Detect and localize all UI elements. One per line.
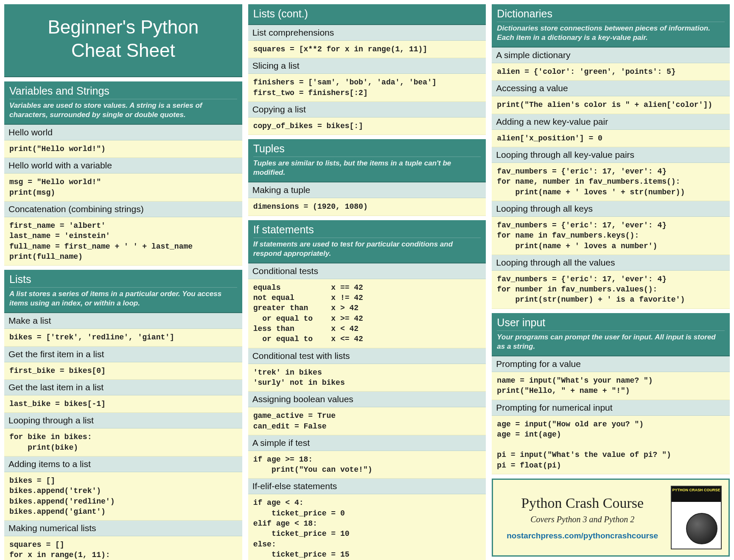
- section-head: If statements If statements are used to …: [248, 220, 486, 263]
- sub-head: Making numerical lists: [4, 521, 242, 536]
- sub-head: Hello world with a variable: [4, 158, 242, 174]
- promo-subtitle: Covers Python 3 and Python 2: [500, 515, 665, 524]
- code-block: age = input("How old are you? ") age = i…: [492, 416, 730, 474]
- code-block: copy_of_bikes = bikes[:]: [248, 118, 486, 135]
- code-block: if age >= 18: print("You can vote!"): [248, 451, 486, 479]
- sub-head: Make a list: [4, 313, 242, 329]
- section-if-statements: If statements If statements are used to …: [248, 220, 486, 560]
- section-desc: A list stores a series of items in a par…: [9, 289, 237, 308]
- section-head: Variables and Strings Variables are used…: [4, 81, 242, 125]
- section-title: Tuples: [253, 143, 481, 157]
- title-line-1: Beginner's Python: [8, 15, 238, 39]
- sub-head: Looping through all keys: [492, 201, 730, 217]
- code-block: bikes = ['trek', 'redline', 'giant']: [4, 329, 242, 346]
- promo-box: Python Crash Course Covers Python 3 and …: [492, 479, 730, 557]
- code-block: last_bike = bikes[-1]: [4, 395, 242, 413]
- sub-head: Prompting for a value: [492, 356, 730, 372]
- sub-head: Adding a new key-value pair: [492, 114, 730, 130]
- promo-text: Python Crash Course Covers Python 3 and …: [500, 495, 665, 540]
- code-block: for bike in bikes: print(bike): [4, 428, 242, 456]
- section-desc: If statements are used to test for parti…: [253, 240, 481, 258]
- section-title: Dictionaries: [497, 8, 725, 22]
- code-block: game_active = True can_edit = False: [248, 407, 486, 435]
- code-block: print("The alien's color is " + alien['c…: [492, 96, 730, 114]
- section-variables-strings: Variables and Strings Variables are used…: [4, 81, 242, 266]
- sub-head: Get the first item in a list: [4, 347, 242, 362]
- sub-head: Accessing a value: [492, 81, 730, 96]
- section-head: User input Your programs can prompt the …: [492, 313, 730, 356]
- sub-head: Conditional test with lists: [248, 348, 486, 364]
- sub-head: Concatenation (combining strings): [4, 202, 242, 217]
- code-block: alien['x_position'] = 0: [492, 130, 730, 147]
- sub-head: Looping through a list: [4, 413, 242, 428]
- section-desc: Tuples are similar to lists, but the ite…: [253, 159, 481, 177]
- sub-head: A simple if test: [248, 435, 486, 451]
- section-lists-cont: Lists (cont.) List comprehensions square…: [248, 4, 486, 135]
- code-block: squares = [] for x in range(1, 11): squa…: [4, 536, 242, 560]
- promo-link: nostarchpress.com/pythoncrashcourse: [500, 531, 665, 540]
- code-block: equals x == 42 not equal x != 42 greater…: [248, 279, 486, 348]
- column-1: Beginner's Python Cheat Sheet Variables …: [4, 4, 242, 560]
- sub-head: Conditional tests: [248, 263, 486, 279]
- section-user-input: User input Your programs can prompt the …: [492, 313, 730, 474]
- section-lists: Lists A list stores a series of items in…: [4, 270, 242, 560]
- sub-head: Hello world: [4, 125, 242, 140]
- section-head: Lists (cont.): [248, 4, 486, 25]
- code-block: alien = {'color': 'green', 'points': 5}: [492, 63, 730, 81]
- section-desc: Dictionaries store connections between p…: [497, 24, 725, 42]
- sub-head: Looping through all key-value pairs: [492, 147, 730, 163]
- code-block: fav_numbers = {'eric': 17, 'ever': 4} fo…: [492, 163, 730, 201]
- section-desc: Your programs can prompt the user for in…: [497, 333, 725, 351]
- sub-head: Slicing a list: [248, 58, 486, 74]
- code-block: first_name = 'albert' last_name = 'einst…: [4, 217, 242, 266]
- book-cover-art-icon: [686, 513, 717, 544]
- section-head: Dictionaries Dictionaries store connecti…: [492, 4, 730, 48]
- column-2: Lists (cont.) List comprehensions square…: [248, 4, 486, 560]
- code-block: dimensions = (1920, 1080): [248, 198, 486, 216]
- code-block: bikes = [] bikes.append('trek') bikes.ap…: [4, 472, 242, 521]
- code-block: if age < 4: ticket_price = 0 elif age < …: [248, 494, 486, 560]
- sub-head: Prompting for numerical input: [492, 400, 730, 416]
- sub-head: Get the last item in a list: [4, 380, 242, 395]
- section-desc: Variables are used to store values. A st…: [9, 101, 237, 120]
- code-block: name = input("What's your name? ") print…: [492, 372, 730, 400]
- title-line-2: Cheat Sheet: [8, 39, 238, 62]
- section-head: Tuples Tuples are similar to lists, but …: [248, 139, 486, 182]
- sub-head: Adding items to a list: [4, 456, 242, 472]
- code-block: squares = [x**2 for x in range(1, 11)]: [248, 41, 486, 58]
- code-block: first_bike = bikes[0]: [4, 362, 242, 380]
- sub-head: A simple dictionary: [492, 48, 730, 63]
- sub-head: Copying a list: [248, 102, 486, 118]
- code-block: finishers = ['sam', 'bob', 'ada', 'bea']…: [248, 74, 486, 102]
- sub-head: If-elif-else statements: [248, 479, 486, 494]
- code-block: fav_numbers = {'eric': 17, 'ever': 4} fo…: [492, 217, 730, 255]
- section-dictionaries: Dictionaries Dictionaries store connecti…: [492, 4, 730, 309]
- sub-head: List comprehensions: [248, 25, 486, 41]
- section-title: Variables and Strings: [9, 85, 237, 99]
- section-title: Lists (cont.): [253, 8, 481, 20]
- sub-head: Making a tuple: [248, 182, 486, 198]
- code-block: 'trek' in bikes 'surly' not in bikes: [248, 364, 486, 392]
- code-block: fav_numbers = {'eric': 17, 'ever': 4} fo…: [492, 271, 730, 309]
- cheat-sheet-page: Beginner's Python Cheat Sheet Variables …: [4, 4, 730, 560]
- section-title: If statements: [253, 224, 481, 238]
- book-cover-icon: PYTHON CRASH COURSE: [671, 486, 722, 549]
- promo-title: Python Crash Course: [500, 495, 665, 511]
- section-head: Lists A list stores a series of items in…: [4, 270, 242, 313]
- column-3: Dictionaries Dictionaries store connecti…: [492, 4, 730, 560]
- section-title: User input: [497, 316, 725, 331]
- sub-head: Assigning boolean values: [248, 392, 486, 407]
- section-title: Lists: [9, 273, 237, 288]
- book-cover-title: PYTHON CRASH COURSE: [672, 487, 721, 502]
- code-block: print("Hello world!"): [4, 140, 242, 158]
- main-title: Beginner's Python Cheat Sheet: [4, 4, 242, 77]
- sub-head: Looping through all the values: [492, 255, 730, 271]
- section-tuples: Tuples Tuples are similar to lists, but …: [248, 139, 486, 216]
- code-block: msg = "Hello world!" print(msg): [4, 174, 242, 202]
